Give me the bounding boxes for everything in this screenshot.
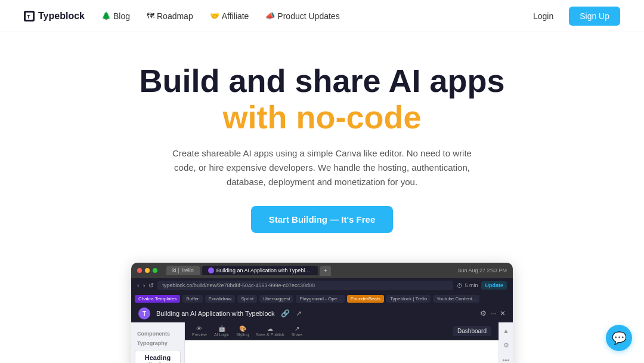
bookmark-typeblock-trello[interactable]: Typeblock | Trello — [386, 295, 431, 303]
preview-icon: 👁 — [196, 325, 202, 332]
nav-blog-label: Blog — [113, 11, 130, 21]
ai-logic-action[interactable]: 🤖 AI Logic — [214, 325, 229, 337]
styling-label: Styling — [236, 333, 249, 337]
chat-bubble[interactable]: 💬 — [606, 325, 632, 351]
close-icon[interactable]: ✕ — [500, 309, 506, 318]
browser-tab-other: ki | Trello — [166, 266, 200, 275]
nav-product-updates-label: Product Updates — [277, 11, 339, 21]
timer-badge: ⏱ 5 min — [457, 282, 478, 289]
browser-tab-plus[interactable]: + — [320, 266, 331, 276]
bookmark-youtube[interactable]: Youtube Content... — [433, 295, 479, 303]
hero-section: Build and share AI apps with no-code Cre… — [0, 32, 644, 250]
app-main: 👁 Preview 🤖 AI Logic 🎨 Styling ☁ Save & … — [185, 322, 499, 363]
nav-affiliate-label: Affiliate — [222, 11, 249, 21]
bookmark-chakra[interactable]: Chakra Templates — [135, 295, 180, 303]
nav-item-roadmap[interactable]: 🗺 Roadmap — [147, 11, 193, 21]
browser-close-dot — [137, 268, 142, 273]
tab-favicon — [208, 267, 214, 273]
app-content: Components Typography Heading Heading T … — [131, 322, 513, 363]
save-publish-icon: ☁ — [267, 325, 273, 332]
external-link-icon: ↗ — [296, 309, 302, 318]
back-icon[interactable]: ‹ — [137, 282, 140, 289]
logo-icon: T — [24, 11, 35, 21]
nav-item-product-updates[interactable]: 📣 Product Updates — [265, 11, 339, 21]
app-top-right: ⚙ ··· ✕ — [480, 309, 506, 318]
save-publish-label: Save & Publish — [256, 333, 284, 337]
right-up-icon[interactable]: ▲ — [503, 327, 509, 334]
heading-display-text: Heading — [145, 354, 171, 361]
nav-item-affiliate[interactable]: 🤝 Affiliate — [210, 11, 249, 21]
app-top-left: T Building an AI Application with Typebl… — [138, 307, 302, 319]
dashboard-button[interactable]: Dashboard — [453, 326, 491, 336]
browser-tab-active[interactable]: Building an AI Application with Typebloc… — [202, 266, 318, 275]
cta-button[interactable]: Start Building — It's Free — [251, 206, 394, 233]
refresh-icon[interactable]: ↺ — [148, 282, 154, 290]
affiliate-icon: 🤝 — [210, 11, 219, 20]
update-button[interactable]: Update — [481, 281, 507, 290]
logo-text: Typeblock — [38, 11, 85, 21]
nav-right: Login Sign Up — [527, 7, 620, 26]
bookmark-excalidraw[interactable]: Excalidraw — [205, 295, 236, 303]
bookmark-playground[interactable]: Playground - Ope... — [296, 295, 344, 303]
typography-section-label: Typography — [131, 338, 184, 347]
tab-label-other: ki | Trello — [172, 267, 194, 273]
save-publish-action[interactable]: ☁ Save & Publish — [256, 325, 284, 337]
forward-icon[interactable]: › — [143, 282, 145, 289]
signup-button[interactable]: Sign Up — [569, 7, 620, 26]
browser-tab-label: Building an AI Application with Typebloc… — [216, 267, 312, 273]
sidebar-heading-item[interactable]: Heading Heading — [135, 350, 181, 363]
share-label: Share — [292, 333, 303, 337]
browser-chrome: ki | Trello Building an AI Application w… — [131, 263, 513, 278]
right-more-icon[interactable]: ••• — [503, 356, 510, 363]
timer-icon: ⏱ — [457, 282, 463, 289]
share-action[interactable]: ↗ Share — [292, 325, 303, 337]
right-settings-icon[interactable]: ⚙ — [503, 342, 509, 349]
address-input[interactable]: typeblock.co/build/new/2e78bd8f-504c-456… — [157, 281, 453, 290]
app-title: Building an AI Application with Typebloc… — [156, 310, 275, 317]
share-icon: ↗ — [295, 325, 299, 332]
bookmark-ubersuggest[interactable]: Ubersuggest — [259, 295, 293, 303]
login-button[interactable]: Login — [527, 8, 559, 24]
ai-logic-label: AI Logic — [214, 333, 229, 337]
browser-mockup: ki | Trello Building an AI Application w… — [131, 263, 513, 363]
app-right-sidebar: ▲ ⚙ ••• — [499, 322, 513, 363]
nav-left: T Typeblock 🌲 Blog 🗺 Roadmap 🤝 Affiliate… — [24, 11, 340, 21]
hero-title-line2: with no-code — [24, 99, 620, 136]
app-top-bar: T Building an AI Application with Typebl… — [131, 304, 513, 322]
header: T Typeblock 🌲 Blog 🗺 Roadmap 🤝 Affiliate… — [0, 0, 644, 32]
styling-action[interactable]: 🎨 Styling — [236, 325, 249, 337]
hero-subtitle: Create shareable AI apps using a simple … — [167, 146, 477, 189]
nav-roadmap-label: Roadmap — [157, 11, 193, 21]
chat-icon: 💬 — [612, 331, 627, 345]
link-icon: 🔗 — [281, 309, 290, 318]
preview-action[interactable]: 👁 Preview — [192, 325, 207, 337]
bookmark-buffer[interactable]: Buffer — [182, 295, 202, 303]
bookmark-founderbeats[interactable]: FounderBeats — [347, 295, 384, 303]
browser-tab-area: ki | Trello Building an AI Application w… — [166, 266, 331, 276]
new-tab-icon: + — [324, 267, 327, 274]
logo[interactable]: T Typeblock — [24, 11, 85, 21]
browser-address-bar: ‹ › ↺ typeblock.co/build/new/2e78bd8f-50… — [131, 278, 513, 293]
app-nav-bar: 👁 Preview 🤖 AI Logic 🎨 Styling ☁ Save & … — [185, 322, 499, 340]
settings-icon[interactable]: ⚙ — [480, 309, 487, 318]
hero-title-line1: Build and share AI apps — [24, 63, 620, 99]
nav-item-blog[interactable]: 🌲 Blog — [101, 11, 130, 21]
timer-text: 5 min — [465, 282, 478, 288]
browser-maximize-dot — [153, 268, 157, 273]
styling-icon: 🎨 — [239, 325, 246, 332]
app-icon: T — [138, 307, 150, 319]
menu-icon[interactable]: ··· — [490, 309, 496, 318]
browser-time: Sun Aug 27 2:53 PM — [457, 267, 507, 273]
app-sidebar: Components Typography Heading Heading T … — [131, 322, 185, 363]
ai-logic-icon: 🤖 — [218, 325, 225, 332]
app-nav-actions: 👁 Preview 🤖 AI Logic 🎨 Styling ☁ Save & … — [192, 325, 302, 337]
browser-minimize-dot — [145, 268, 150, 273]
product-updates-icon: 📣 — [265, 11, 275, 20]
browser-bookmarks-bar: Chakra Templates Buffer Excalidraw Sprin… — [131, 293, 513, 304]
components-section-label: Components — [131, 328, 184, 338]
roadmap-icon: 🗺 — [147, 11, 154, 20]
preview-label: Preview — [192, 333, 207, 337]
canvas-area[interactable] — [185, 340, 499, 363]
address-text: typeblock.co/build/new/2e78bd8f-504c-456… — [162, 282, 315, 288]
bookmark-sprint[interactable]: Sprint — [237, 295, 257, 303]
